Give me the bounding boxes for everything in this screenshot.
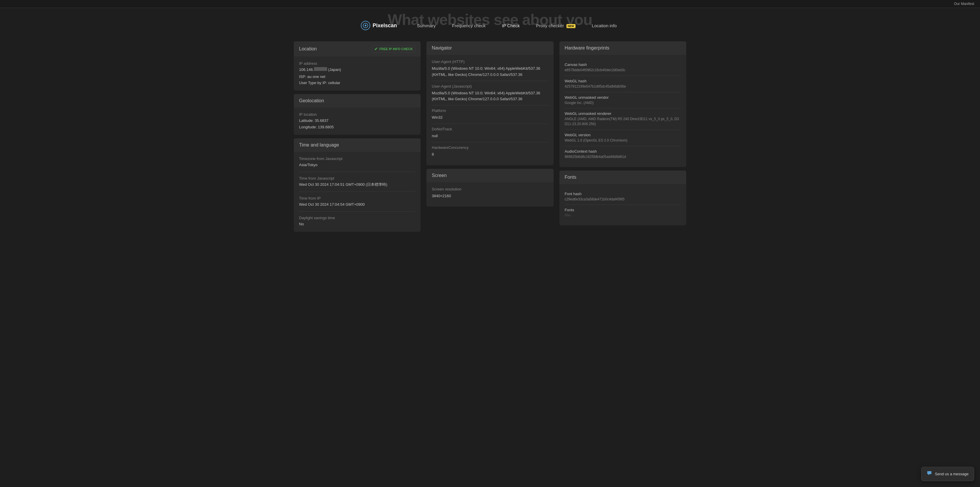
middle-column: Navigator User-Agent (HTTP) Mozilla/5.0 … xyxy=(423,38,556,238)
timezone-label: Timezone from Javascript xyxy=(299,156,415,161)
ua-js-label: User-Agent (Javascript) xyxy=(432,84,548,89)
font-hash-value: c29ed6e33ca3a58de471b0c4daf45f65 xyxy=(565,197,681,202)
dnt-label: DoNotTrack xyxy=(432,127,548,131)
timezone-value: Asia/Tokyo xyxy=(299,162,415,168)
navigator-card-title: Navigator xyxy=(432,45,452,51)
concurrency-label: HardwareConcurency xyxy=(432,145,548,150)
isp-value: ISP: au one net xyxy=(299,74,415,80)
manifest-link[interactable]: Our Manifest xyxy=(954,2,974,6)
hardware-card-header: Hardware fingerprints xyxy=(559,41,686,55)
fonts-label: Fonts xyxy=(565,208,681,212)
webgl-version-item: WebGL version WebGL 1.0 (OpenGL ES 2.0 C… xyxy=(565,130,681,146)
free-badge[interactable]: ✔ FREE IP INFO CHECK xyxy=(372,45,415,53)
ip-address-value: 106.146. (Japan) xyxy=(299,67,415,73)
chat-widget[interactable]: Send us a message xyxy=(921,467,974,481)
chat-text: Send us a message xyxy=(935,472,969,476)
navigator-card-body: User-Agent (HTTP) Mozilla/5.0 (Windows N… xyxy=(426,55,553,165)
webgl-version-value: WebGL 1.0 (OpenGL ES 2.0 Chromium) xyxy=(565,138,681,143)
hardware-card-title: Hardware fingerprints xyxy=(565,45,609,51)
concurrency-value: 8 xyxy=(432,151,548,161)
dnt-value: null xyxy=(432,133,548,142)
webgl-hash-value: 4257912199e547b1d95dc45afb6db56e xyxy=(565,84,681,89)
logo[interactable]: Pixelscan xyxy=(361,21,397,30)
screen-card-title: Screen xyxy=(432,173,447,178)
location-card-body: IP address 106.146. (Japan) ISP: au one … xyxy=(294,57,421,91)
webgl-renderer-value: ANGLE (AMD, AMD Radeon(TM) R5 240 Direct… xyxy=(565,117,681,127)
nav-summary[interactable]: Summary xyxy=(414,22,438,29)
latitude-value: Latitude: 35.6837 xyxy=(299,118,415,124)
screen-card-header: Screen xyxy=(426,169,553,182)
webgl-renderer-label: WebGL unmasked renderer xyxy=(565,111,681,116)
audio-hash-value: 989625b6d8c1625fdb4a05ad48d9d61d xyxy=(565,154,681,159)
main-content: Location ✔ FREE IP INFO CHECK IP address… xyxy=(285,38,695,238)
nav-location[interactable]: Location info xyxy=(590,22,619,29)
fonts-card-header: Fonts xyxy=(559,170,686,184)
navigator-card: Navigator User-Agent (HTTP) Mozilla/5.0 … xyxy=(426,41,553,165)
canvas-hash-item: Canvas hash e6578dde04f0962c16cb40dec2d0… xyxy=(565,59,681,76)
ip-redacted xyxy=(314,67,327,71)
main-nav: Pixelscan Summary Frequency check IP Che… xyxy=(0,17,980,35)
time-js-value: Wed Oct 30 2024 17:04:51 GMT+0900 (日本標準時… xyxy=(299,181,415,188)
fonts-card: Fonts Font hash c29ed6e33ca3a58de471b0c4… xyxy=(559,170,686,225)
hardware-card-body: Canvas hash e6578dde04f0962c16cb40dec2d0… xyxy=(559,55,686,167)
ip-location-label: IP location xyxy=(299,112,415,117)
webgl-vendor-label: WebGL unmasked vendor xyxy=(565,95,681,100)
time-ip-value: Wed Oct 30 2024 17:04:54 GMT+0900 xyxy=(299,202,415,207)
ua-js-value: Mozilla/5.0 (Windows NT 10.0; Win64; x64… xyxy=(432,90,548,106)
svg-point-1 xyxy=(364,25,366,26)
time-language-header: Time and language xyxy=(294,138,421,152)
time-language-title: Time and language xyxy=(299,142,339,148)
check-icon: ✔ xyxy=(374,46,378,51)
dst-value: No xyxy=(299,221,415,227)
webgl-vendor-value: Google Inc. (AMD) xyxy=(565,100,681,105)
navigator-card-header: Navigator xyxy=(426,41,553,55)
canvas-hash-label: Canvas hash xyxy=(565,62,681,67)
nav-proxy-badge: NEW xyxy=(566,24,576,28)
logo-text: Pixelscan xyxy=(372,22,397,29)
audio-hash-item: AudioContext hash 989625b6d8c1625fdb4a05… xyxy=(565,146,681,162)
font-hash-item: Font hash c29ed6e33ca3a58de471b0c4daf45f… xyxy=(565,189,681,205)
ip-address-label: IP address xyxy=(299,61,415,66)
fonts-card-title: Fonts xyxy=(565,175,576,180)
fonts-value: Sho... xyxy=(565,213,681,217)
time-language-card: Time and language Timezone from Javascri… xyxy=(294,138,421,232)
ua-http-value: Mozilla/5.0 (Windows NT 10.0; Win64; x64… xyxy=(432,66,548,81)
location-card-title: Location xyxy=(299,46,317,52)
right-column: Hardware fingerprints Canvas hash e6578d… xyxy=(557,38,689,238)
screen-card: Screen Screen resolution 3840×2160 xyxy=(426,169,553,207)
canvas-hash-value: e6578dde04f0962c16cb40dec2d0ed3c xyxy=(565,68,681,73)
nav-ipcheck[interactable]: IP Check xyxy=(500,22,522,29)
hero-section: What websites see about you Pixelscan Su… xyxy=(0,8,980,38)
user-type-value: User Type by IP: cellular xyxy=(299,80,415,86)
location-card-header: Location ✔ FREE IP INFO CHECK xyxy=(294,41,421,57)
geolocation-card-header: Geolocation xyxy=(294,94,421,108)
geolocation-card-title: Geolocation xyxy=(299,98,324,103)
webgl-hash-label: WebGL hash xyxy=(565,79,681,83)
platform-value: Win32 xyxy=(432,115,548,124)
font-hash-label: Font hash xyxy=(565,192,681,196)
longitude-value: Longitude: 139.6805 xyxy=(299,124,415,130)
time-js-label: Time from Javascript xyxy=(299,176,415,180)
webgl-vendor-item: WebGL unmasked vendor Google Inc. (AMD) xyxy=(565,92,681,109)
audio-hash-label: AudioContext hash xyxy=(565,149,681,154)
fonts-card-body: Font hash c29ed6e33ca3a58de471b0c4daf45f… xyxy=(559,184,686,225)
location-card: Location ✔ FREE IP INFO CHECK IP address… xyxy=(294,41,421,91)
webgl-hash-item: WebGL hash 4257912199e547b1d95dc45afb6db… xyxy=(565,76,681,92)
screen-resolution-value: 3840×2160 xyxy=(432,193,548,202)
hardware-card: Hardware fingerprints Canvas hash e6578d… xyxy=(559,41,686,167)
ua-http-label: User-Agent (HTTP) xyxy=(432,59,548,64)
geolocation-card: Geolocation IP location Latitude: 35.683… xyxy=(294,94,421,135)
fonts-item: Fonts Sho... xyxy=(565,205,681,220)
nav-frequency[interactable]: Frequency check xyxy=(450,22,488,29)
geolocation-card-body: IP location Latitude: 35.6837 Longitude:… xyxy=(294,108,421,135)
time-language-body: Timezone from Javascript Asia/Tokyo Time… xyxy=(294,152,421,232)
topbar: Our Manifest xyxy=(0,0,980,8)
left-column: Location ✔ FREE IP INFO CHECK IP address… xyxy=(291,38,423,238)
logo-icon xyxy=(361,21,370,30)
time-ip-label: Time from IP xyxy=(299,196,415,201)
nav-proxy[interactable]: Proxy checker NEW xyxy=(534,22,578,29)
webgl-version-label: WebGL version xyxy=(565,133,681,137)
platform-label: Platform xyxy=(432,108,548,113)
chat-icon xyxy=(927,471,932,477)
webgl-renderer-item: WebGL unmasked renderer ANGLE (AMD, AMD … xyxy=(565,108,681,130)
